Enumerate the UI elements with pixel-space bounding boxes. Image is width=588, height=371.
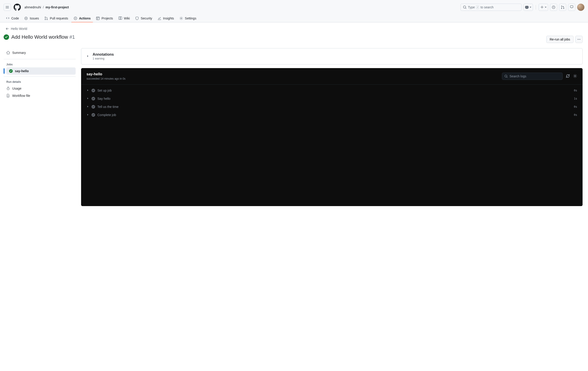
log-job-title: say-hello	[86, 72, 126, 76]
log-search[interactable]	[502, 73, 563, 80]
nav-projects[interactable]: Projects	[94, 15, 115, 22]
chevron-right-icon	[86, 89, 89, 92]
annotations-panel[interactable]: Annotations 1 warning	[81, 48, 583, 64]
more-actions-button[interactable]	[575, 36, 583, 43]
chevron-right-icon	[86, 55, 89, 58]
log-step-row[interactable]: Set up job 0s	[81, 86, 583, 95]
pull-request-icon	[44, 17, 48, 20]
step-name: Complete job	[97, 113, 116, 117]
global-search[interactable]: Type / to search	[461, 4, 522, 11]
rerun-button[interactable]: Re-run all jobs	[546, 36, 574, 43]
inbox-button[interactable]	[568, 4, 575, 11]
caret-down-icon	[530, 6, 531, 8]
code-icon	[6, 17, 10, 20]
plus-icon	[540, 5, 544, 9]
nav-settings[interactable]: Settings	[177, 15, 199, 22]
sidebar-usage[interactable]: Usage	[4, 85, 76, 92]
log-job-subtitle: succeeded 14 minutes ago in 0s	[86, 77, 126, 80]
shield-icon	[135, 17, 139, 20]
step-status-success-icon	[92, 97, 95, 100]
sidebar-job-say-hello[interactable]: say-hello	[6, 67, 76, 75]
arrow-left-icon	[5, 27, 9, 30]
nav-actions[interactable]: Actions	[71, 15, 93, 22]
graph-icon	[158, 17, 161, 20]
github-logo[interactable]	[14, 4, 21, 11]
search-icon	[504, 74, 508, 78]
github-icon	[14, 4, 21, 11]
svg-point-13	[575, 75, 576, 76]
log-search-input[interactable]	[510, 74, 560, 78]
inbox-icon	[570, 5, 574, 9]
step-status-success-icon	[92, 105, 95, 109]
owner-link[interactable]: ahmedmuhi	[24, 5, 41, 9]
nav-wiki[interactable]: Wiki	[116, 15, 132, 22]
project-icon	[96, 17, 100, 20]
svg-point-11	[580, 39, 580, 40]
chevron-right-icon	[86, 97, 89, 100]
log-panel: say-hello succeeded 14 minutes ago in 0s	[81, 68, 583, 206]
breadcrumb: ahmedmuhi / my-first-project	[24, 5, 69, 9]
svg-point-3	[45, 17, 46, 18]
jobs-heading: Jobs	[4, 61, 76, 67]
log-step-row[interactable]: Tell us the time 0s	[81, 103, 583, 111]
log-step-row[interactable]: Complete job 0s	[81, 111, 583, 119]
home-icon	[6, 51, 10, 55]
nav-code[interactable]: Code	[4, 15, 21, 22]
gear-icon	[179, 17, 183, 20]
pull-request-icon	[561, 5, 565, 9]
pull-requests-button[interactable]	[559, 4, 566, 11]
sidebar-summary[interactable]: Summary	[4, 49, 76, 56]
hamburger-icon	[5, 5, 9, 9]
job-status-success-icon	[9, 69, 13, 73]
svg-rect-7	[96, 17, 99, 20]
step-name: Set up job	[97, 89, 112, 92]
sidebar-workflow-file[interactable]: Workflow file	[4, 92, 76, 99]
gear-icon	[573, 74, 577, 78]
issues-button[interactable]	[550, 4, 557, 11]
user-avatar[interactable]	[577, 4, 584, 11]
nav-security[interactable]: Security	[133, 15, 155, 22]
run-details-heading: Run details	[4, 79, 76, 85]
caret-down-icon	[545, 6, 546, 8]
repo-link[interactable]: my-first-project	[45, 5, 69, 9]
issue-icon	[552, 5, 555, 9]
svg-point-4	[45, 19, 46, 20]
slash-key-hint: /	[476, 5, 479, 9]
create-new-button[interactable]	[539, 4, 548, 11]
nav-pull-requests[interactable]: Pull requests	[42, 15, 70, 22]
run-title: Add Hello World workflow #1	[11, 34, 75, 40]
run-status-success-icon	[4, 34, 9, 40]
copilot-button[interactable]	[524, 4, 533, 11]
step-duration: 0s	[574, 89, 577, 92]
chevron-right-icon	[86, 113, 89, 117]
kebab-icon	[577, 38, 581, 41]
issue-icon	[24, 17, 28, 20]
refresh-logs-button[interactable]	[566, 74, 570, 79]
annotations-subtitle: 1 warning	[93, 57, 114, 60]
svg-point-2	[26, 18, 27, 19]
play-icon	[74, 17, 77, 20]
step-name: Say hello	[97, 97, 111, 100]
svg-point-10	[579, 39, 579, 40]
refresh-icon	[566, 74, 570, 78]
nav-insights[interactable]: Insights	[155, 15, 176, 22]
svg-point-9	[578, 39, 578, 40]
menu-button[interactable]	[4, 4, 11, 11]
annotations-title: Annotations	[93, 52, 114, 57]
nav-issues[interactable]: Issues	[22, 15, 41, 22]
log-step-row[interactable]: Say hello 1s	[81, 95, 583, 103]
svg-point-0	[553, 7, 554, 8]
log-settings-button[interactable]	[573, 74, 577, 79]
chevron-right-icon	[86, 105, 89, 109]
svg-point-8	[181, 18, 182, 19]
step-duration: 1s	[574, 97, 577, 100]
stopwatch-icon	[6, 87, 10, 90]
copilot-icon	[525, 5, 529, 9]
step-duration: 0s	[574, 113, 577, 117]
back-link[interactable]: Hello World	[4, 26, 583, 31]
step-status-success-icon	[92, 89, 95, 92]
file-code-icon	[6, 94, 10, 98]
step-name: Tell us the time	[97, 105, 118, 109]
book-icon	[118, 17, 122, 20]
step-duration: 0s	[574, 105, 577, 108]
